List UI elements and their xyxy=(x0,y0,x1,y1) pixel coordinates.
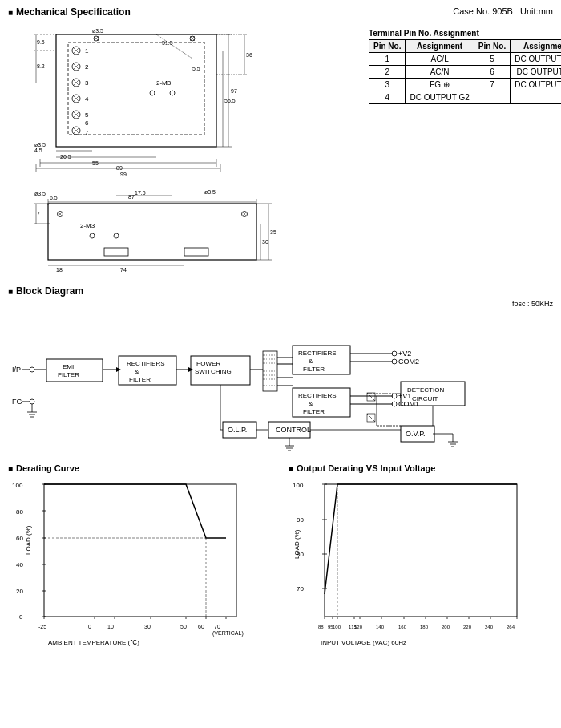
col-pin-no-2: Pin No. xyxy=(474,40,510,53)
terminal-pin-table: Terminal Pin No. Assignment Pin No. Assi… xyxy=(369,29,561,104)
page: Mechanical Specification Case No. 905B U… xyxy=(0,0,561,728)
table-cell: 5 xyxy=(474,53,510,66)
svg-point-35 xyxy=(170,91,175,95)
svg-text:70: 70 xyxy=(297,585,304,593)
table-cell: FG ⊕ xyxy=(406,79,474,91)
table-cell: 6 xyxy=(474,66,510,79)
svg-text:36: 36 xyxy=(246,52,252,58)
svg-text:10: 10 xyxy=(107,624,114,629)
svg-text:COM2: COM2 xyxy=(398,358,419,366)
table-cell: DC OUTPUT +V1 xyxy=(511,79,561,91)
case-number: Case No. 905B xyxy=(453,6,513,16)
table-cell: 7 xyxy=(474,79,510,91)
svg-text:87: 87 xyxy=(128,194,135,200)
svg-text:RECTIFIERS: RECTIFIERS xyxy=(298,350,337,357)
svg-text:DETECTION: DETECTION xyxy=(407,386,444,394)
svg-text:60: 60 xyxy=(198,624,204,629)
svg-text:51.5: 51.5 xyxy=(162,40,173,46)
svg-text:9.5: 9.5 xyxy=(37,39,45,45)
svg-text:6.5: 6.5 xyxy=(50,195,58,200)
svg-line-169 xyxy=(367,393,375,401)
svg-text:70: 70 xyxy=(214,624,220,629)
svg-text:97: 97 xyxy=(231,88,237,94)
output-derating-title: Output Derating VS Input Voltage xyxy=(289,463,553,473)
derating-curve-svg: 100 80 60 40 20 0 LOAD (%) -25 xyxy=(8,476,248,653)
svg-point-79 xyxy=(114,233,119,238)
table-cell: 2 xyxy=(369,66,406,79)
svg-text:30: 30 xyxy=(144,624,151,629)
svg-text:240: 240 xyxy=(485,625,494,629)
svg-text:20: 20 xyxy=(16,588,23,595)
svg-text:(VERTICAL): (VERTICAL) xyxy=(212,630,244,637)
svg-text:FILTER: FILTER xyxy=(58,371,79,378)
svg-text:FILTER: FILTER xyxy=(303,408,325,415)
svg-text:POWER: POWER xyxy=(196,360,220,367)
block-diagram-svg: I/P FG EMI FILTER RECTIFIERS xyxy=(8,309,553,454)
svg-text:17.5: 17.5 xyxy=(135,190,146,196)
svg-text:LOAD (%): LOAD (%) xyxy=(25,525,32,555)
svg-text:2-M3: 2-M3 xyxy=(156,79,172,87)
svg-text:FILTER: FILTER xyxy=(303,366,325,373)
table-row: 4DC OUTPUT G2 xyxy=(369,91,562,104)
table-cell xyxy=(511,91,561,104)
mechanical-drawing: 1 2 3 4 5 6 7 2-M3 xyxy=(8,22,361,277)
col-assignment-2: Assignment xyxy=(511,40,561,53)
svg-line-64 xyxy=(156,34,192,59)
table-row: 3FG ⊕7DC OUTPUT +V1 xyxy=(369,79,562,91)
svg-text:100: 100 xyxy=(333,625,341,629)
terminal-table-area: Terminal Pin No. Assignment Pin No. Assi… xyxy=(369,22,553,277)
svg-text:O.L.P.: O.L.P. xyxy=(228,426,247,434)
svg-text:EMI: EMI xyxy=(63,363,74,370)
top-view-svg: 1 2 3 4 5 6 7 2-M3 xyxy=(8,22,361,183)
svg-text:200: 200 xyxy=(442,625,450,629)
svg-text:2-M3: 2-M3 xyxy=(80,222,95,229)
svg-text:5: 5 xyxy=(85,111,89,119)
svg-text:100: 100 xyxy=(12,482,23,489)
svg-text:55: 55 xyxy=(92,160,99,166)
output-derating-svg: 100 90 80 70 LOAD (%) 88 95 100 xyxy=(289,476,529,653)
svg-rect-225 xyxy=(325,484,517,617)
svg-text:RECTIFIERS: RECTIFIERS xyxy=(127,360,165,367)
svg-text:74: 74 xyxy=(120,267,127,273)
col-pin-no-1: Pin No. xyxy=(369,40,406,53)
svg-text:140: 140 xyxy=(376,625,385,629)
svg-text:120: 120 xyxy=(354,625,363,629)
svg-text:SWITCHING: SWITCHING xyxy=(195,368,232,375)
table-cell: 3 xyxy=(369,79,406,91)
svg-text:100: 100 xyxy=(293,482,304,489)
svg-text:O.V.P.: O.V.P. xyxy=(406,430,426,438)
svg-text:40: 40 xyxy=(16,561,23,568)
block-diagram-section: Block Diagram fosc : 50KHz I/P FG EMI FI… xyxy=(8,285,553,455)
table-cell: AC/L xyxy=(406,53,474,66)
svg-text:ø3.5: ø3.5 xyxy=(92,28,103,34)
block-diagram-title: Block Diagram xyxy=(8,285,553,297)
table-row: 1AC/L5DC OUTPUT +V2 xyxy=(369,53,562,66)
svg-text:2: 2 xyxy=(85,63,89,71)
svg-text:ø3.5: ø3.5 xyxy=(34,142,46,148)
block-diagram-title-text: Block Diagram xyxy=(16,285,83,297)
svg-text:5.5: 5.5 xyxy=(192,66,200,71)
table-cell: AC/N xyxy=(406,66,474,79)
svg-text:+V2: +V2 xyxy=(398,350,411,358)
svg-text:3: 3 xyxy=(85,79,89,87)
svg-rect-80 xyxy=(104,248,128,256)
svg-point-78 xyxy=(90,233,95,238)
derating-curve-box: Derating Curve 100 80 60 40 20 0 LOAD xyxy=(8,463,272,654)
table-row: 2AC/N6DC OUTPUT G1 xyxy=(369,66,562,79)
svg-rect-81 xyxy=(184,248,208,256)
svg-text:CIRCUIT: CIRCUIT xyxy=(412,395,438,402)
svg-text:55.5: 55.5 xyxy=(224,98,236,103)
derating-curve-title: Derating Curve xyxy=(8,463,272,473)
svg-text:CONTROL: CONTROL xyxy=(276,426,311,434)
svg-text:30: 30 xyxy=(262,239,268,245)
svg-text:INPUT VOLTAGE (VAC) 60Hz: INPUT VOLTAGE (VAC) 60Hz xyxy=(321,639,406,646)
svg-text:LOAD (%): LOAD (%) xyxy=(293,529,301,559)
fosc-label: fosc : 50KHz xyxy=(512,300,553,308)
svg-text:60: 60 xyxy=(16,535,23,542)
mech-spec-title: Mechanical Specification xyxy=(8,6,131,18)
svg-text:6: 6 xyxy=(85,119,89,127)
svg-text:99: 99 xyxy=(120,172,127,177)
svg-text:160: 160 xyxy=(398,625,407,629)
table-cell: DC OUTPUT G2 xyxy=(406,91,474,104)
svg-text:I/P: I/P xyxy=(12,366,21,374)
